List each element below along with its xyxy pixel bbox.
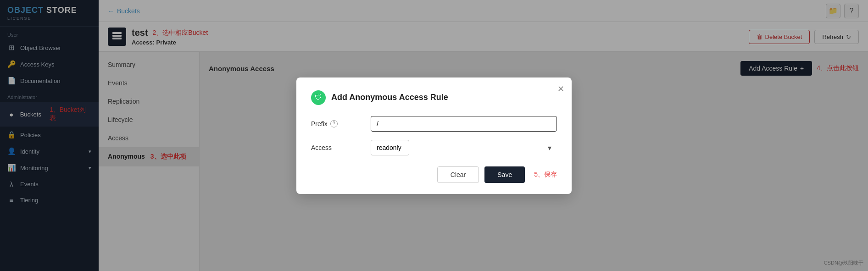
prefix-row: Prefix ?: [311, 116, 557, 132]
modal-close-button[interactable]: ✕: [557, 85, 564, 93]
help-icon[interactable]: ?: [330, 120, 338, 127]
annotation5: 5、保存: [534, 171, 557, 179]
modal-header: 🛡 Add Anonymous Access Rule: [311, 90, 557, 105]
modal-footer: Clear Save 5、保存: [311, 166, 557, 183]
access-row: Access readonly writeonly readwrite: [311, 140, 557, 155]
shield-icon: 🛡: [311, 90, 326, 105]
access-select-wrapper: readonly writeonly readwrite: [371, 140, 557, 155]
access-select[interactable]: readonly writeonly readwrite: [371, 140, 409, 155]
save-button[interactable]: Save: [484, 166, 525, 183]
modal-title: Add Anonymous Access Rule: [331, 93, 448, 102]
access-label: Access: [311, 144, 371, 151]
add-anonymous-access-rule-modal: 🛡 Add Anonymous Access Rule ✕ Prefix ? A…: [296, 77, 572, 194]
prefix-input[interactable]: [371, 116, 557, 132]
prefix-label: Prefix ?: [311, 120, 371, 127]
modal-overlay: 🛡 Add Anonymous Access Rule ✕ Prefix ? A…: [0, 0, 868, 271]
clear-button[interactable]: Clear: [437, 166, 479, 183]
